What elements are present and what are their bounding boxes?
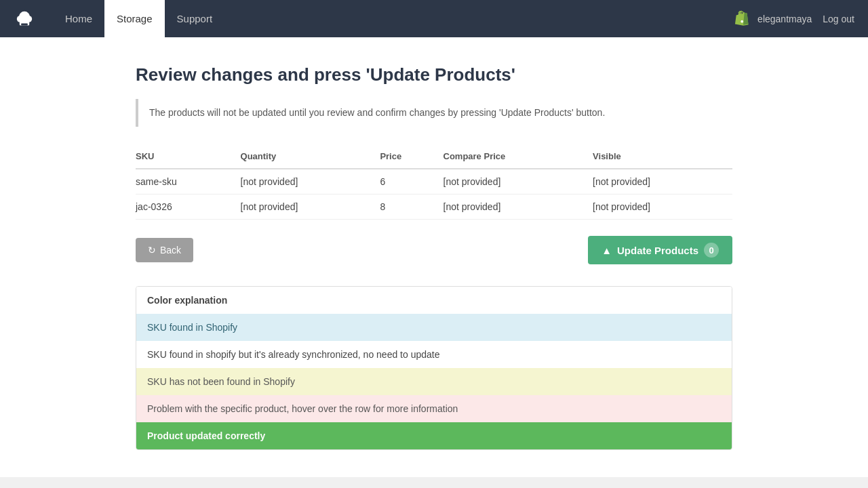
svg-point-5 [741, 20, 743, 22]
table-row: same-sku[not provided]6[not provided][no… [136, 169, 732, 195]
nav-right: elegantmaya Log out [734, 9, 854, 28]
update-icon: ▲ [601, 245, 612, 256]
table-body: same-sku[not provided]6[not provided][no… [136, 169, 732, 220]
update-products-button[interactable]: ▲ Update Products 0 [588, 236, 732, 264]
color-row-updated: Product updated correctly [136, 422, 732, 449]
nav-logo [14, 8, 39, 30]
footer: Created by menelabs, 2014 All Rights Res… [0, 477, 868, 488]
color-row-problem: Problem with the specific product, hover… [136, 395, 732, 422]
nav-support[interactable]: Support [165, 0, 225, 37]
update-label: Update Products [617, 245, 698, 256]
logout-button[interactable]: Log out [823, 14, 854, 24]
navbar: Home Storage Support elegantmaya Log out [0, 0, 868, 37]
nav-storage[interactable]: Storage [104, 0, 165, 37]
table-header-row: SKU Quantity Price Compare Price Visible [136, 146, 732, 169]
color-explanation: Color explanation SKU found in Shopify S… [136, 286, 732, 450]
cell-quantity: [not provided] [241, 195, 380, 220]
cell-price: 6 [380, 169, 443, 195]
page-title: Review changes and press 'Update Product… [136, 64, 732, 85]
cell-sku: same-sku [136, 169, 241, 195]
col-visible: Visible [593, 146, 732, 169]
update-count: 0 [704, 243, 719, 258]
cell-sku: jac-0326 [136, 195, 241, 220]
svg-rect-4 [21, 23, 28, 25]
back-button[interactable]: ↻ Back [136, 238, 193, 262]
color-row-synchronized: SKU found in shopify but it's already sy… [136, 341, 732, 368]
table-header: SKU Quantity Price Compare Price Visible [136, 146, 732, 169]
logo-icon [14, 8, 35, 30]
cell-compare_price: [not provided] [443, 195, 593, 220]
col-price: Price [380, 146, 443, 169]
color-explanation-title: Color explanation [136, 287, 732, 314]
color-row-sku-found: SKU found in Shopify [136, 314, 732, 341]
back-icon: ↻ [148, 245, 156, 256]
nav-shop-info: elegantmaya [734, 9, 812, 28]
col-sku: SKU [136, 146, 241, 169]
nav-home[interactable]: Home [53, 0, 104, 37]
shop-name: elegantmaya [757, 14, 812, 24]
cell-compare_price: [not provided] [443, 169, 593, 195]
col-compare-price: Compare Price [443, 146, 593, 169]
back-label: Back [160, 245, 181, 256]
main-content: Review changes and press 'Update Product… [122, 64, 746, 450]
info-box: The products will not be updated until y… [136, 99, 732, 127]
cell-price: 8 [380, 195, 443, 220]
cell-visible: [not provided] [593, 169, 732, 195]
color-row-not-found: SKU has not been found in Shopify [136, 368, 732, 395]
shopify-icon [734, 9, 753, 28]
cell-quantity: [not provided] [241, 169, 380, 195]
table-row: jac-0326[not provided]8[not provided][no… [136, 195, 732, 220]
col-quantity: Quantity [241, 146, 380, 169]
info-text: The products will not be updated until y… [149, 107, 605, 118]
nav-links: Home Storage Support [53, 0, 734, 37]
button-row: ↻ Back ▲ Update Products 0 [136, 236, 732, 264]
products-table: SKU Quantity Price Compare Price Visible… [136, 146, 732, 220]
cell-visible: [not provided] [593, 195, 732, 220]
